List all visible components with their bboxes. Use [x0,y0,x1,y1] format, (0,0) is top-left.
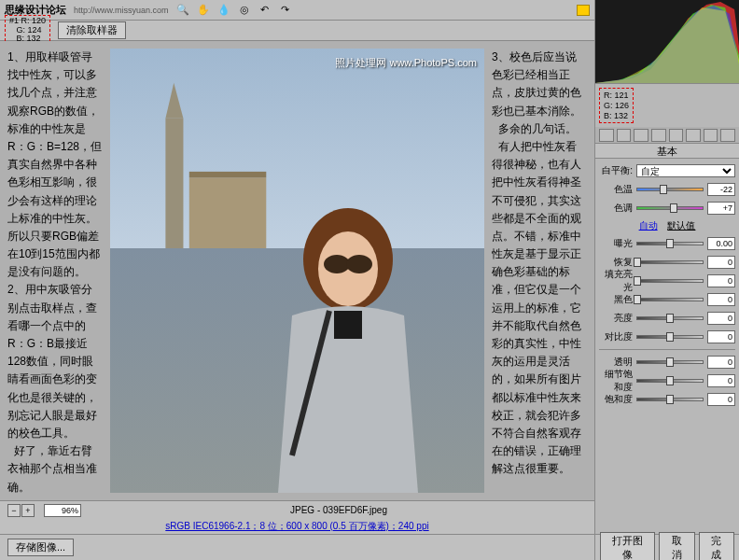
setting-input[interactable] [707,393,735,406]
svg-rect-2 [189,177,267,248]
svg-marker-1 [165,83,183,119]
setting-label: 色温 [599,183,633,196]
setting-input[interactable] [707,183,735,196]
rgb-readout: R: 121 G: 126 B: 132 [599,88,634,123]
slider[interactable] [636,242,704,245]
setting-input[interactable] [707,256,735,269]
hand-tool-icon[interactable]: ✋ [197,4,210,17]
bottom-bar: − + JPEG - 039EFD6F.jpeg [0,500,594,519]
svg-point-7 [346,255,372,273]
slider[interactable] [636,335,704,339]
building-illustration [147,71,278,248]
slider[interactable] [636,206,704,210]
setting-label: 细节饱和度 [599,368,633,394]
setting-input[interactable] [707,274,735,287]
slider[interactable] [636,188,704,191]
setting-input[interactable] [707,202,735,215]
setting-label: 填充亮光 [599,268,633,294]
setting-input[interactable] [707,293,735,306]
setting-label: 恢复 [599,256,633,269]
tab-curve-icon[interactable] [617,129,632,142]
adjustment-tabs [595,127,739,144]
histogram [595,0,739,84]
slider[interactable] [636,316,704,320]
rotate-left-icon[interactable]: ↶ [258,4,272,17]
zoom-input[interactable] [44,504,81,517]
setting-label: 亮度 [599,312,633,325]
save-image-button[interactable]: 存储图像... [7,539,74,556]
panel-title: 基本 [595,144,739,159]
tab-detail-icon[interactable] [634,129,648,142]
svg-rect-0 [165,119,183,249]
url-text: http://www.missyuan.com [74,6,169,15]
zoom-in-button[interactable]: + [21,504,35,517]
svg-rect-8 [334,311,362,339]
tab-basic-icon[interactable] [599,129,614,142]
svg-rect-3 [189,172,267,177]
tab-camera-icon[interactable] [704,129,718,142]
slider[interactable] [636,260,704,264]
setting-input[interactable] [707,237,735,250]
image-preview[interactable]: 照片处理网 www.PhotoPS.com [110,49,484,493]
slider[interactable] [636,298,704,301]
warning-icon [577,5,590,16]
slider[interactable] [636,379,704,383]
sampler-icon[interactable]: ◎ [238,4,251,17]
open-image-button[interactable]: 打开图像 [600,532,655,561]
setting-input[interactable] [707,330,735,343]
left-text-column: 1、用取样吸管寻找中性灰，可以多找几个点，并注意观察RGB的数值，标准的中性灰是… [7,49,103,493]
top-toolbar: 思缘设计论坛 http://www.missyuan.com 🔍 ✋ 💧 ◎ ↶… [0,0,594,21]
watermark-text: 照片处理网 www.PhotoPS.com [335,56,477,70]
setting-label: 曝光 [599,237,633,250]
setting-label: 饱和度 [599,393,633,406]
file-info: JPEG - 039EFD6F.jpeg [91,505,587,515]
tab-split-icon[interactable] [669,129,684,142]
person-illustration [264,194,432,493]
slider[interactable] [636,398,704,401]
setting-input[interactable] [707,312,735,325]
sampler-bar: #1 R: 120 G: 124 B: 132 清除取样器 [0,21,594,41]
slider[interactable] [636,279,704,283]
clear-samplers-button[interactable]: 清除取样器 [58,21,126,39]
zoom-out-button[interactable]: − [7,504,21,517]
eyedropper-icon[interactable]: 💧 [217,4,230,17]
setting-label: 黑色 [599,293,633,306]
status-bar: sRGB IEC61966-2.1；8 位；600 x 800 (0.5 百万像… [0,519,594,534]
color-profile-link[interactable]: sRGB IEC61966-2.1；8 位；600 x 800 (0.5 百万像… [165,520,428,533]
setting-label: 透明 [599,356,633,369]
setting-input[interactable] [707,356,735,369]
wb-select[interactable]: 自定 [636,164,735,177]
tab-hsl-icon[interactable] [651,129,666,142]
svg-point-6 [324,255,350,273]
default-link[interactable]: 默认值 [667,220,695,231]
tab-preset-icon[interactable] [720,129,735,142]
setting-input[interactable] [707,374,735,387]
auto-link[interactable]: 自动 [639,220,658,231]
setting-label: 对比度 [599,330,633,343]
rotate-right-icon[interactable]: ↷ [279,4,292,17]
cancel-button[interactable]: 取消 [659,532,695,561]
right-text-column: 3、校色后应当说色彩已经相当正点，皮肤过黄的色彩也已基本消除。 多余的几句话。 … [492,49,587,493]
tab-lens-icon[interactable] [686,129,701,142]
slider[interactable] [636,360,704,364]
done-button[interactable]: 完成 [699,532,735,561]
zoom-tool-icon[interactable]: 🔍 [176,4,189,17]
wb-label: 白平衡: [599,164,633,177]
setting-label: 色调 [599,202,633,215]
